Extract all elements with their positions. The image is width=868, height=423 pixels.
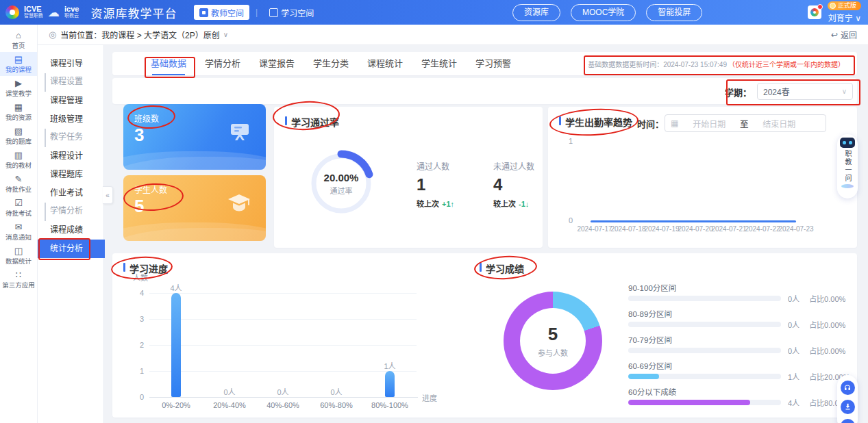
score-legend-label: 60分以下成绩 bbox=[628, 386, 854, 397]
cloud-logo-text: icve 职教云 bbox=[64, 5, 79, 19]
menu-item-course-management[interactable]: 课程管理 bbox=[38, 92, 103, 110]
end-date-input[interactable]: 结束日期 bbox=[751, 118, 807, 129]
nav-learning-space[interactable]: 学习空间 bbox=[264, 5, 319, 20]
courses-icon: ▤ bbox=[14, 55, 23, 64]
app-title: 资源库教学平台 bbox=[90, 4, 177, 21]
semester-label: 学期： bbox=[725, 86, 752, 99]
nav-teacher-space[interactable]: 教师空间 bbox=[194, 5, 249, 20]
update-time-note: （仅统计近三个学期或一年内的数据） bbox=[728, 61, 845, 68]
score-legend-label: 70-79分区间 bbox=[628, 334, 854, 345]
score-legend-row: 90-100分区间0人占比0.00% bbox=[628, 282, 854, 301]
chevron-down-icon: ∨ bbox=[842, 88, 847, 95]
header-button-resource-library[interactable]: 资源库 bbox=[512, 4, 560, 21]
apps-icon: ∷ bbox=[16, 270, 21, 279]
nav-teacher-space-label: 教师空间 bbox=[211, 7, 244, 18]
logo-primary-sub: 智慧职教 bbox=[24, 12, 43, 19]
progress-chart: 人数 进度 012344人0%-20%0人20%-40%0人40%-60%0人6… bbox=[112, 253, 482, 418]
breadcrumb-caret-icon[interactable]: ∨ bbox=[223, 31, 228, 38]
tab-course-statistics[interactable]: 课程统计 bbox=[367, 52, 403, 75]
progress-x-tick: 80%-100% bbox=[363, 401, 417, 409]
sidebar-item-data-statistics[interactable]: ◫数据统计 bbox=[0, 244, 37, 268]
menu-item-course-design[interactable]: 课程设计 bbox=[38, 147, 103, 166]
header-button-mooc-academy[interactable]: MOOC学院 bbox=[571, 4, 636, 21]
passed-delta: 较上次+1↑ bbox=[417, 198, 454, 209]
breadcrumb[interactable]: 当前位置：我的课程 > 大学语文（2P）原创 bbox=[60, 29, 219, 40]
tab-bar: 基础数据学情分析课堂报告学生分类课程统计学生统计学习预警 基础数据数据更新时间：… bbox=[112, 52, 857, 75]
tab-basic-data[interactable]: 基础数据 bbox=[151, 52, 186, 75]
menu-item-course-question-bank[interactable]: 课程题库 bbox=[38, 166, 103, 184]
question-bank-icon: ▧ bbox=[14, 127, 23, 136]
back-button[interactable]: ↩ 返回 bbox=[831, 29, 857, 40]
attendance-y-tick-0: 0 bbox=[565, 216, 573, 225]
scores-title: 学习成绩 bbox=[480, 261, 524, 275]
menu-item-course-grades[interactable]: 课程成绩 bbox=[38, 221, 103, 240]
logo-secondary-sub: 职教云 bbox=[64, 12, 79, 19]
menu-section-learning-analysis: 学情分析 bbox=[45, 203, 103, 221]
sidebar-item-classroom-teaching[interactable]: ▶课堂教学 bbox=[0, 76, 37, 100]
scores-center-value: 5 bbox=[548, 324, 558, 345]
scores-donut-center: 5 参与人数 bbox=[520, 308, 586, 374]
sidebar-item-pending-exams[interactable]: ☑待批考试 bbox=[0, 196, 37, 220]
menu-item-statistical-analysis[interactable]: 统计分析 bbox=[38, 240, 105, 258]
scores-center-label: 参与人数 bbox=[538, 347, 568, 358]
sidebar-item-textbooks[interactable]: ▥我的教材 bbox=[0, 148, 37, 172]
students-count-label: 学生人数 bbox=[134, 183, 167, 195]
sidebar-item-my-courses[interactable]: ▤我的课程 bbox=[0, 52, 37, 76]
header-button-smart-screen[interactable]: 智能投屏 bbox=[646, 4, 702, 21]
sidebar-item-label: 首页 bbox=[12, 40, 25, 50]
score-legend-label: 90-100分区间 bbox=[628, 282, 854, 293]
robot-icon bbox=[840, 138, 855, 148]
tab-student-statistics[interactable]: 学生统计 bbox=[421, 52, 457, 75]
sidebar-item-third-party-apps[interactable]: ∷第三方应用 bbox=[0, 268, 37, 292]
passed-stat: 通过人数 1 较上次+1↑ bbox=[417, 160, 454, 209]
textbook-icon: ▥ bbox=[14, 151, 23, 159]
menu-item-class-management[interactable]: 班级管理 bbox=[38, 110, 103, 129]
pass-rate-sublabel: 通过率 bbox=[330, 185, 353, 196]
blackboard-icon bbox=[227, 122, 252, 146]
score-legend-label: 60-69分区间 bbox=[628, 360, 854, 371]
tab-student-classification[interactable]: 学生分类 bbox=[313, 52, 349, 75]
progress-x-tick: 0%-20% bbox=[149, 401, 203, 409]
failed-stat: 未通过人数 4 较上次-1↓ bbox=[493, 160, 534, 209]
progress-bar bbox=[171, 293, 181, 397]
exam-icon: ☑ bbox=[14, 198, 23, 207]
app-notification-icon[interactable] bbox=[808, 5, 821, 19]
progress-gridline bbox=[149, 345, 417, 346]
menu-section-teaching-tasks: 教学任务 bbox=[45, 129, 103, 147]
user-area[interactable]: 正式版 刘育宁 ∨ bbox=[828, 1, 861, 23]
progress-gridline bbox=[149, 293, 417, 294]
brand: ICVE 智慧职教 ☁ icve 职教云 资源库教学平台 bbox=[5, 0, 177, 25]
back-icon: ↩ bbox=[831, 30, 838, 40]
medal-icon bbox=[830, 3, 836, 9]
more-actions-icon[interactable] bbox=[841, 419, 855, 423]
sidebar-item-my-resources[interactable]: ▦我的资源 bbox=[0, 100, 37, 124]
tab-class-report[interactable]: 课堂报告 bbox=[259, 52, 295, 75]
start-date-input[interactable]: 开始日期 bbox=[681, 118, 737, 129]
sidebar-item-home[interactable]: ⌂首页 bbox=[0, 28, 37, 52]
menu-item-homework-exam[interactable]: 作业考试 bbox=[38, 184, 103, 203]
menu-item-course-guide[interactable]: 课程引导 bbox=[38, 55, 103, 73]
version-badge: 正式版 bbox=[828, 1, 861, 10]
tab-learning-analysis[interactable]: 学情分析 bbox=[205, 52, 240, 75]
ai-assistant-button[interactable]: 职教一问 bbox=[837, 134, 858, 198]
sidebar-item-notifications[interactable]: ✉消息通知 bbox=[0, 220, 37, 244]
learning-space-icon bbox=[269, 8, 278, 17]
date-range-picker[interactable]: ▦ 开始日期 至 结束日期 bbox=[665, 114, 826, 132]
user-name[interactable]: 刘育宁 ∨ bbox=[828, 12, 861, 23]
semester-select[interactable]: 2024春 ∨ bbox=[757, 83, 853, 100]
classes-count-value: 3 bbox=[134, 125, 144, 146]
customer-service-icon[interactable] bbox=[841, 381, 855, 395]
bottom-panel: 学习进度 人数 进度 012344人0%-20%0人20%-40%0人40%-6… bbox=[112, 253, 857, 418]
score-legend-bar bbox=[628, 374, 781, 379]
progress-gridline bbox=[149, 319, 417, 320]
progress-x-tick: 20%-40% bbox=[203, 401, 256, 409]
message-icon: ✉ bbox=[15, 222, 23, 231]
header-pills: 资源库MOOC学院智能投屏 bbox=[512, 4, 702, 21]
sidebar-collapse-button[interactable]: « bbox=[103, 186, 113, 204]
sidebar-item-pending-homework[interactable]: ✎待批作业 bbox=[0, 172, 37, 196]
failed-label: 未通过人数 bbox=[493, 160, 534, 172]
download-icon[interactable] bbox=[841, 400, 855, 414]
sidebar-item-question-bank[interactable]: ▧我的题库 bbox=[0, 124, 37, 148]
sidebar-item-label: 待批作业 bbox=[5, 184, 32, 194]
tab-learning-warning[interactable]: 学习预警 bbox=[475, 52, 511, 75]
